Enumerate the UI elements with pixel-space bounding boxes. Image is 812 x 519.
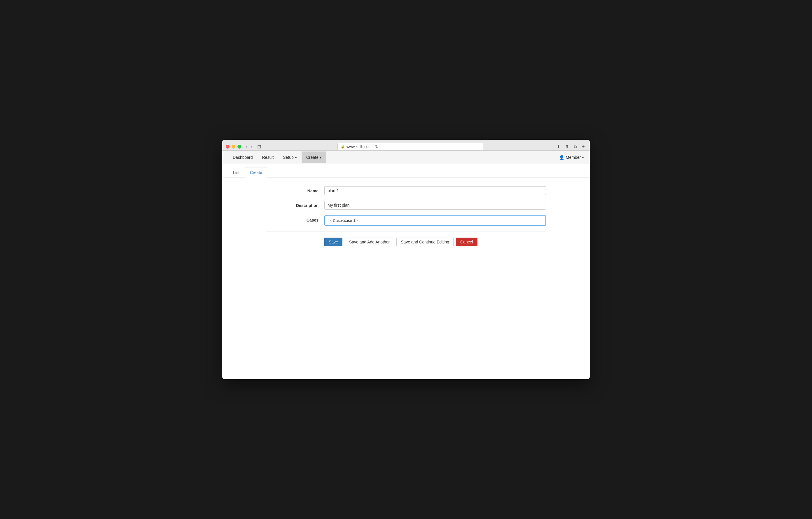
case-tag-remove[interactable]: ×	[329, 219, 332, 222]
save-continue-button[interactable]: Save and Continue Editing	[396, 238, 454, 246]
member-label: Member ▾	[566, 155, 584, 160]
nav-arrows: ‹ ›	[245, 144, 253, 149]
member-menu[interactable]: 👤 Member ▾	[559, 155, 584, 160]
description-field	[324, 201, 546, 210]
tab-create[interactable]: Create	[245, 168, 267, 177]
back-button[interactable]: ‹	[245, 144, 249, 149]
name-input[interactable]	[324, 186, 546, 195]
fullscreen-button[interactable]	[237, 145, 241, 148]
main-content: Name Description Cases ×	[222, 177, 590, 255]
app-nav: Dashboard Result Setup ▾ Create ▾ 👤 Memb…	[222, 151, 590, 164]
traffic-lights	[226, 145, 241, 148]
description-label: Description	[266, 201, 324, 208]
name-field	[324, 186, 546, 195]
name-label: Name	[266, 186, 324, 193]
close-button[interactable]	[226, 145, 230, 148]
description-input[interactable]	[324, 201, 546, 210]
tab-list[interactable]: List	[228, 168, 244, 177]
sidebar-toggle-button[interactable]: ⊡	[256, 143, 263, 150]
forward-button[interactable]: ›	[250, 144, 254, 149]
nav-items: Dashboard Result Setup ▾ Create ▾	[228, 152, 559, 163]
cases-label: Cases	[266, 215, 324, 222]
nav-create[interactable]: Create ▾	[301, 152, 326, 163]
url-text: www.knilb.com	[347, 144, 372, 149]
button-row: Save Save and Add Another Save and Conti…	[266, 238, 546, 246]
cases-input[interactable]: × Case<case-1>	[324, 215, 546, 226]
member-icon: 👤	[559, 155, 564, 160]
case-tag-label: Case<case-1>	[333, 218, 358, 223]
reload-button[interactable]: ↻	[375, 144, 379, 149]
share-button[interactable]: ⬆	[564, 143, 571, 150]
nav-dashboard[interactable]: Dashboard	[228, 152, 258, 163]
address-bar[interactable]: 🔒 www.knilb.com ↻	[338, 143, 483, 150]
case-tag: × Case<case-1>	[328, 218, 359, 223]
browser-chrome: ‹ › ⊡ 🔒 www.knilb.com ↻ ⬇ ⬆ ⧉ +	[222, 140, 590, 151]
form-row-cases: Cases × Case<case-1>	[266, 215, 546, 226]
address-bar-wrapper: 🔒 www.knilb.com ↻	[265, 143, 555, 150]
form-row-description: Description	[266, 201, 546, 210]
chrome-right-buttons: ⬇ ⬆ ⧉ +	[555, 143, 586, 150]
browser-window: ‹ › ⊡ 🔒 www.knilb.com ↻ ⬇ ⬆ ⧉ +	[222, 140, 590, 379]
minimize-button[interactable]	[232, 145, 235, 148]
cancel-button[interactable]: Cancel	[456, 238, 477, 246]
new-tab-button[interactable]: +	[580, 143, 586, 150]
form-divider	[266, 231, 546, 232]
save-add-button[interactable]: Save and Add Another	[345, 238, 394, 246]
nav-result[interactable]: Result	[258, 152, 279, 163]
page-tabs: List Create	[222, 164, 590, 177]
form-section: Name Description Cases ×	[266, 186, 546, 246]
save-button[interactable]: Save	[324, 238, 342, 246]
form-row-name: Name	[266, 186, 546, 195]
tab-overview-button[interactable]: ⧉	[572, 143, 578, 150]
lock-icon: 🔒	[341, 145, 345, 148]
cases-field: × Case<case-1>	[324, 215, 546, 226]
nav-setup[interactable]: Setup ▾	[278, 152, 301, 163]
download-button[interactable]: ⬇	[555, 143, 562, 150]
